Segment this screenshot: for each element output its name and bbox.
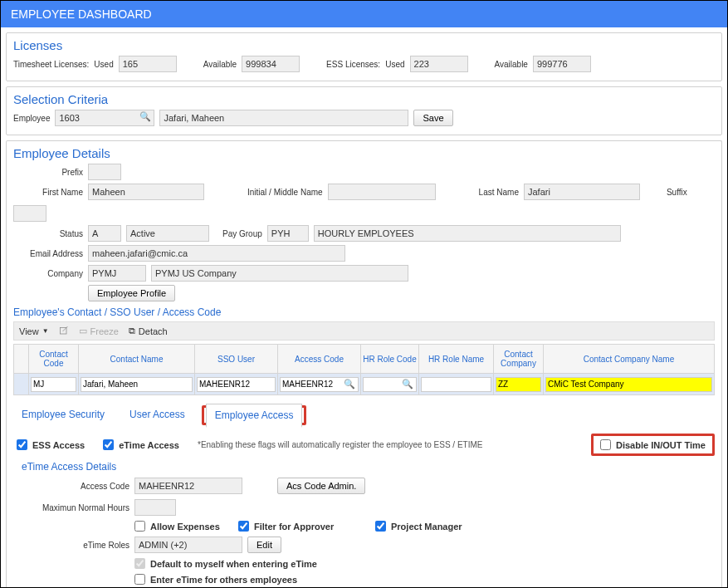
table-row[interactable]: 🔍 🔍 [14,374,715,395]
paygroup-code-value: PYH [267,225,309,242]
max-hours-label: Maximun Normal Hours [22,503,129,512]
cell-access-code[interactable] [280,377,359,392]
last-name-value: Jafari [524,184,640,200]
disable-inout-label: Disable IN/OUT Time [616,440,706,450]
view-menu[interactable]: View ▼ [19,326,49,336]
licenses-panel: Licenses Timesheet Licenses: Used 165 Av… [6,32,722,81]
col-access-code[interactable]: Access Code [278,345,361,374]
selection-title: Selection Criteria [13,92,715,106]
ts-used-value: 165 [119,56,177,72]
col-sso-user[interactable]: SSO User [195,345,278,374]
employee-name-input[interactable] [159,110,408,126]
email-label: Email Address [13,249,83,258]
project-manager-checkbox[interactable] [375,521,386,532]
cell-contact-company-name[interactable] [545,377,712,392]
col-hr-role-code[interactable]: HR Role Code [361,345,419,374]
detach-icon: ⧉ [129,326,135,336]
cell-contact-company[interactable] [496,377,541,392]
tab-employee-security[interactable]: Employee Security [13,404,113,425]
access-code-value: MAHEENR12 [134,478,242,494]
default-self-checkbox[interactable] [134,558,145,569]
status-code-value: A [88,225,121,242]
used-label-2: Used [385,60,404,69]
employee-profile-button[interactable]: Employee Profile [88,285,175,301]
middle-value [328,184,436,200]
ts-available-value: 999834 [242,56,300,72]
ess-licenses-label: ESS Licenses: [326,60,380,69]
freeze-button[interactable]: ▭ Freeze [79,326,119,336]
edit-button[interactable]: Edit [247,537,281,553]
enter-others-checkbox[interactable] [134,574,145,585]
cell-hr-role-name[interactable] [421,377,491,392]
page-title: EMPLOYEE DASHBOARD [11,7,152,21]
col-contact-company[interactable]: Contact Company [494,345,544,374]
cell-sso-user[interactable] [197,377,276,392]
cell-contact-name[interactable] [81,377,193,392]
project-manager-label: Project Manager [391,522,462,532]
max-hours-input[interactable] [134,499,176,516]
status-text-value: Active [126,225,209,242]
available-label-2: Available [495,60,528,69]
cell-contact-code[interactable] [31,377,76,392]
timesheet-licenses-label: Timesheet Licenses: [13,60,89,69]
enable-note: *Enabling these flags will automatically… [198,440,483,449]
acs-code-admin-button[interactable]: Acs Code Admin. [277,478,365,494]
paygroup-text-value: HOURLY EMPLOYEES [314,225,621,242]
contact-grid: Contact Code Contact Name SSO User Acces… [13,344,715,395]
suffix-label: Suffix [667,188,687,197]
access-tabs: Employee Security User Access Employee A… [13,404,715,425]
employee-code-input[interactable] [55,110,154,126]
used-label: Used [94,60,113,69]
enter-others-label: Enter eTime for others employees [150,575,297,585]
freeze-icon: ▭ [79,326,87,336]
allow-expenses-checkbox[interactable] [134,521,145,532]
cell-hr-role-code[interactable] [363,377,417,392]
etime-access-label: eTime Access [119,440,179,450]
suffix-value [13,205,46,222]
middle-label: Initial / Middle Name [247,188,323,197]
status-label: Status [13,229,83,238]
company-code-value: PYMJ [88,265,146,282]
app-header: EMPLOYEE DASHBOARD [1,1,727,27]
contact-section-title: Employee's Contact / SSO User / Access C… [13,306,715,318]
ess-access-checkbox[interactable] [17,439,27,450]
etime-roles-label: eTime Roles [22,541,129,550]
row-selector-header [14,345,29,374]
filter-approver-label: Filter for Approver [254,522,370,532]
etime-roles-value: ADMIN (+2) [134,537,242,553]
ess-access-label: ESS Access [32,440,85,450]
grid-toolbar: View ▼ ▭ Freeze ⧉ Detach [13,321,715,341]
last-name-label: Last Name [479,188,519,197]
save-button[interactable]: Save [413,110,452,126]
chevron-down-icon: ▼ [42,327,49,335]
selection-panel: Selection Criteria Employee 🔍 Save [6,86,722,135]
prefix-value [88,164,121,180]
highlight-box-disable: Disable IN/OUT Time [591,434,715,456]
company-label: Company [13,269,83,278]
col-contact-company-name[interactable]: Contact Company Name [544,345,715,374]
filter-approver-checkbox[interactable] [238,521,249,532]
detach-button[interactable]: ⧉ Detach [129,326,168,336]
etime-details-title: eTime Access Details [22,461,715,473]
allow-expenses-label: Allow Expenses [150,522,233,532]
prefix-label: Prefix [13,168,83,177]
default-self-label: Default to myself when entering eTime [150,559,317,569]
access-code-label: Access Code [22,482,129,491]
col-hr-role-name[interactable]: HR Role Name [419,345,494,374]
company-text-value: PYMJ US Company [151,265,408,282]
tab-user-access[interactable]: User Access [121,404,193,425]
disable-inout-checkbox[interactable] [600,439,611,450]
available-label: Available [203,60,237,69]
email-value: maheen.jafari@cmic.ca [88,245,345,262]
paygroup-label: Pay Group [222,229,262,238]
highlight-box-tab: Employee Access [202,405,307,425]
etime-access-checkbox[interactable] [103,439,114,450]
first-name-label: First Name [13,188,83,197]
col-contact-name[interactable]: Contact Name [79,345,195,374]
employee-label: Employee [13,114,50,123]
export-icon[interactable] [59,326,69,336]
licenses-title: Licenses [13,38,715,52]
col-contact-code[interactable]: Contact Code [29,345,79,374]
tab-employee-access[interactable]: Employee Access [206,404,303,428]
ess-available-value: 999776 [533,56,591,72]
